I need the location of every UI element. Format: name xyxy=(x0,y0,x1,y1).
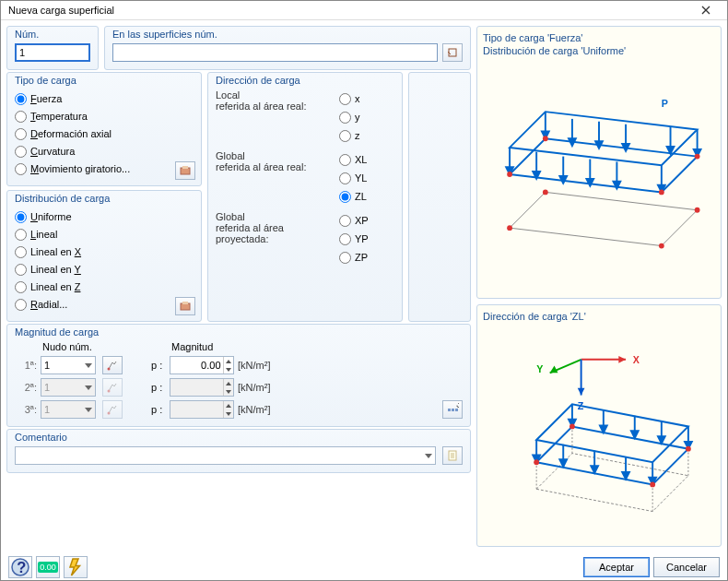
svg-point-16 xyxy=(695,208,700,213)
radio-z[interactable]: z xyxy=(339,127,394,144)
svg-text:X: X xyxy=(633,354,640,365)
svg-text:3: 3 xyxy=(456,403,459,409)
pick-icon xyxy=(106,359,119,372)
svg-point-87 xyxy=(569,424,575,430)
radio-linealy[interactable]: Lineal en Y xyxy=(15,261,194,278)
preview1-line2: Distribución de carga 'Uniforme' xyxy=(483,45,715,56)
radio-temperatura[interactable]: Temperatura xyxy=(15,108,194,125)
svg-marker-39 xyxy=(595,141,603,148)
row-num-surf: Núm. En las superficies núm. xyxy=(6,26,471,70)
pick-icon xyxy=(106,381,119,394)
radio-ZP[interactable]: ZP xyxy=(339,249,394,266)
nudo-pick-3 xyxy=(102,400,123,419)
pick-icon xyxy=(106,403,119,416)
svg-point-45 xyxy=(659,189,664,195)
radio-XP[interactable]: XP xyxy=(339,212,394,229)
titlebar: Nueva carga superficial xyxy=(1,1,727,20)
svg-rect-4 xyxy=(182,302,188,304)
nudo-combo-1[interactable]: 1 xyxy=(41,356,96,374)
pick-surfaces-button[interactable] xyxy=(442,43,463,62)
left-column: Núm. En las superficies núm. Tipo de car… xyxy=(6,26,471,547)
units-button[interactable]: 0.00 xyxy=(36,556,60,578)
aceptar-button[interactable]: Aceptar xyxy=(583,557,650,577)
svg-point-7 xyxy=(108,412,111,415)
dialog-window: Nueva carga superficial Núm. En las supe… xyxy=(0,0,728,581)
radio-y[interactable]: y xyxy=(339,109,394,125)
help-icon: ? xyxy=(9,556,31,578)
svg-rect-2 xyxy=(182,166,188,169)
radio-curvatura[interactable]: Curvatura xyxy=(15,143,194,160)
radio-lineal[interactable]: Lineal xyxy=(15,226,194,243)
tipo-extra-button[interactable] xyxy=(175,161,195,180)
svg-marker-13 xyxy=(510,192,698,245)
content-area: Núm. En las superficies núm. Tipo de car… xyxy=(1,20,727,552)
legend-dir: Dirección de carga xyxy=(216,75,300,86)
svg-rect-8 xyxy=(448,409,451,411)
superficies-input[interactable] xyxy=(112,43,438,62)
unit-2: [kN/m²] xyxy=(238,382,275,393)
magnitud-multi-button[interactable]: 3 xyxy=(442,400,463,419)
magnitud-spin-1[interactable] xyxy=(170,356,234,374)
svg-text:Y: Y xyxy=(536,363,543,374)
comentario-combo[interactable] xyxy=(15,446,436,465)
radio-x[interactable]: x xyxy=(339,90,394,107)
cursor-target-icon xyxy=(446,46,459,59)
svg-marker-58 xyxy=(536,426,688,484)
radio-uniforme[interactable]: Uniforme xyxy=(15,208,194,225)
radio-fuerza[interactable]: Fuerza xyxy=(15,90,194,107)
legend-magnitud: Magnitud de carga xyxy=(15,326,99,338)
settings-button[interactable] xyxy=(64,556,88,578)
legend-tipo: Tipo de carga xyxy=(15,75,76,86)
svg-point-5 xyxy=(108,368,111,371)
dist-extra-button[interactable] xyxy=(175,297,195,315)
label-global-real: Globalreferida al área real: xyxy=(216,150,339,206)
svg-marker-49 xyxy=(618,356,626,363)
radio-deformacion[interactable]: Deformación axial xyxy=(15,125,194,142)
radio-radial[interactable]: Radial... xyxy=(15,296,194,313)
nudo-combo-2: 1 xyxy=(41,378,96,397)
fieldset-superficies: En las superficies núm. xyxy=(104,26,471,70)
preview-tipo: Tipo de carga 'Fuerza' Distribución de c… xyxy=(476,26,722,299)
svg-marker-41 xyxy=(622,144,629,151)
svg-marker-53 xyxy=(578,388,585,396)
svg-rect-9 xyxy=(452,409,454,411)
svg-marker-31 xyxy=(559,176,567,184)
svg-marker-57 xyxy=(536,454,688,512)
help-button[interactable]: ? xyxy=(8,556,32,578)
head-nudo: Nudo núm. xyxy=(41,341,125,352)
mag-row-label: 2ª: xyxy=(15,382,37,393)
radio-linealz[interactable]: Lineal en Z xyxy=(15,279,194,295)
library-icon xyxy=(179,300,192,313)
preview-p-label: P xyxy=(662,98,668,109)
fieldset-direccion: Dirección de carga Localreferida al área… xyxy=(207,72,403,322)
svg-marker-37 xyxy=(569,138,576,146)
radio-YL[interactable]: YL xyxy=(339,170,394,186)
numero-input[interactable] xyxy=(15,43,90,62)
radio-linealx[interactable]: Lineal en X xyxy=(15,243,194,260)
right-column: Tipo de carga 'Fuerza' Distribución de c… xyxy=(476,26,722,547)
preview1-line1: Tipo de carga 'Fuerza' xyxy=(483,32,715,43)
col-direccion: Dirección de carga Localreferida al área… xyxy=(207,72,403,322)
radio-ZL[interactable]: ZL xyxy=(339,188,394,205)
radio-movimiento[interactable]: Movimiento giratorio... xyxy=(15,160,194,177)
cancelar-button[interactable]: Cancelar xyxy=(653,557,720,577)
decimal-icon: 0.00 xyxy=(38,562,58,573)
nudo-pick-1[interactable] xyxy=(102,356,123,374)
preview1-svg: P xyxy=(483,58,715,290)
legend-dist: Distribución de carga xyxy=(15,193,110,204)
preview2-svg: X Y Z xyxy=(483,324,715,539)
svg-marker-59 xyxy=(536,404,688,462)
radio-XL[interactable]: XL xyxy=(339,151,394,168)
svg-point-17 xyxy=(543,189,548,195)
col-tipo-dist: Tipo de carga Fuerza Temperatura Deforma… xyxy=(6,72,202,322)
legend-superficies: En las superficies núm. xyxy=(112,29,217,40)
close-icon xyxy=(701,6,710,15)
unit-3: [kN/m²] xyxy=(238,404,275,415)
head-magnitud: Magnitud xyxy=(170,341,234,352)
radio-YP[interactable]: YP xyxy=(339,231,394,247)
unit-1: [kN/m²] xyxy=(238,360,275,371)
svg-point-84 xyxy=(534,459,539,465)
comentario-pick-button[interactable] xyxy=(442,446,463,465)
svg-text:?: ? xyxy=(17,559,26,575)
close-button[interactable] xyxy=(692,1,720,19)
